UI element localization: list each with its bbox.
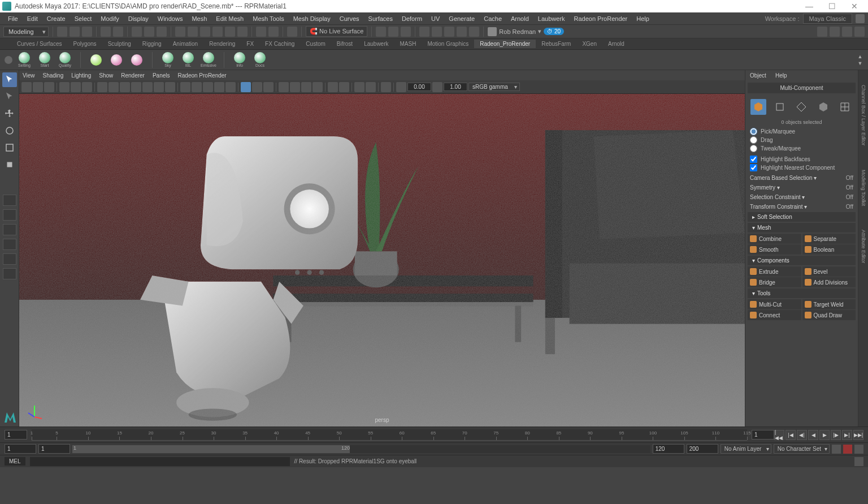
shelf-tab-custom[interactable]: Custom <box>300 40 331 48</box>
menu-generate[interactable]: Generate <box>444 14 479 23</box>
dropdown-symmetry[interactable]: Symmetry ▾Off <box>745 183 858 192</box>
minimize-button[interactable]: — <box>798 2 821 11</box>
dropdown-transform-constraint[interactable]: Transform Constraint ▾Off <box>745 202 858 212</box>
object-mode-icon[interactable] <box>750 99 766 115</box>
textured-icon[interactable] <box>203 82 213 92</box>
rotate-tool[interactable] <box>2 123 17 138</box>
soft-selection-header[interactable]: ▸ Soft Selection <box>748 212 856 222</box>
play-forwards-button[interactable]: ▶ <box>819 430 830 440</box>
anim-layer-dropdown[interactable]: No Anim Layer <box>721 444 771 454</box>
single-pane-layout[interactable] <box>3 195 16 206</box>
edge-mode-icon[interactable] <box>793 99 809 115</box>
range-end-field[interactable]: 120 <box>653 444 684 454</box>
shelf-item-material[interactable] <box>108 51 125 68</box>
tab-object[interactable]: Object <box>750 72 766 79</box>
button-bridge[interactable]: Bridge <box>748 277 801 287</box>
mode-dropdown[interactable]: Modeling▾ <box>3 27 49 37</box>
shelf-item-docs[interactable]: Docs <box>251 51 268 68</box>
script-editor-icon[interactable] <box>854 457 863 466</box>
notification-badge[interactable]: ⏱ 20 <box>544 28 564 35</box>
range-slider[interactable]: 1 120 <box>72 445 650 453</box>
isolate-select-icon[interactable] <box>241 82 251 92</box>
attreditor-toggle-icon[interactable] <box>842 27 852 37</box>
render-current-icon[interactable] <box>376 27 386 37</box>
shelf-tab-motion-graphics[interactable]: Motion Graphics <box>422 40 474 48</box>
scale-tool[interactable] <box>2 140 17 155</box>
shelf-tab-polygons[interactable]: Polygons <box>67 40 102 48</box>
snap-plane-icon[interactable] <box>212 27 223 37</box>
fit-all-icon[interactable] <box>366 82 376 92</box>
shelf-item-sky[interactable]: Sky <box>159 51 176 68</box>
check-highlight-nearest-component[interactable] <box>750 164 757 171</box>
maximize-button[interactable]: ☐ <box>821 2 843 11</box>
menu-cache[interactable]: Cache <box>479 14 506 23</box>
xray-icon[interactable] <box>252 82 262 92</box>
menu-laubwerk[interactable]: Laubwerk <box>533 14 570 23</box>
viewmenu-radeon-prorender[interactable]: Radeon ProRender <box>178 72 227 79</box>
check-highlight-backfaces[interactable] <box>750 156 757 163</box>
button-smooth[interactable]: Smooth <box>748 244 801 255</box>
output-connections-icon[interactable] <box>268 27 279 37</box>
shelf-item-material[interactable] <box>128 51 145 68</box>
shelf-tab-fx-caching[interactable]: FX Caching <box>259 40 300 48</box>
step-forward-button[interactable]: |▶ <box>831 430 841 440</box>
button-multi-cut[interactable]: Multi-Cut <box>748 299 801 309</box>
user-account[interactable]: Rob Redman ▾ ⏱ 20 <box>488 27 564 36</box>
two-pane-stacked-layout[interactable] <box>3 224 16 235</box>
toolbox-toggle-icon[interactable] <box>817 27 827 37</box>
save-scene-icon[interactable] <box>82 27 92 37</box>
dropdown-selection-constraint[interactable]: Selection Constraint ▾Off <box>745 192 858 202</box>
vertex-mode-icon[interactable] <box>772 99 788 115</box>
menu-surfaces[interactable]: Surfaces <box>364 14 397 23</box>
shelf-tab-animation[interactable]: Animation <box>167 40 203 48</box>
uv-mode-icon[interactable] <box>837 99 853 115</box>
menu-create[interactable]: Create <box>42 14 70 23</box>
menu-mesh-tools[interactable]: Mesh Tools <box>248 14 288 23</box>
menu-deform[interactable]: Deform <box>397 14 427 23</box>
film-gate-icon[interactable] <box>108 82 119 92</box>
motion-blur-icon[interactable] <box>290 82 300 92</box>
isolate-remove-icon[interactable] <box>339 82 349 92</box>
quick-field-icon[interactable] <box>419 27 429 37</box>
fit-view-icon[interactable] <box>354 82 364 92</box>
shelf-tab-mash[interactable]: MASH <box>394 40 422 48</box>
menu-windows[interactable]: Windows <box>153 14 188 23</box>
anim-end-field[interactable]: 200 <box>687 444 718 454</box>
shelf-scroll-down[interactable]: ▼ <box>857 61 863 66</box>
undo-icon[interactable] <box>101 27 111 37</box>
shelf-item-setting[interactable]: Setting <box>16 51 33 68</box>
menu-file[interactable]: File <box>3 14 23 23</box>
menu-mesh[interactable]: Mesh <box>187 14 211 23</box>
exposure-icon[interactable] <box>396 82 406 92</box>
xray-joints-icon[interactable] <box>263 82 274 92</box>
persp-graph-layout[interactable] <box>3 268 16 279</box>
pane-layout-icon[interactable] <box>432 27 442 37</box>
end-frame-field[interactable]: 1 <box>752 430 774 440</box>
shelf-tab-arnold[interactable]: Arnold <box>602 40 630 48</box>
tab-help[interactable]: Help <box>775 72 787 79</box>
exposure-field[interactable]: 0.00 <box>407 83 431 91</box>
menu-edit[interactable]: Edit <box>23 14 42 23</box>
select-hierarchy-icon[interactable] <box>132 27 142 37</box>
safe-title-icon[interactable] <box>165 82 175 92</box>
face-mode-icon[interactable] <box>815 99 831 115</box>
ipr-render-icon[interactable] <box>388 27 398 37</box>
menu-modify[interactable]: Modify <box>96 14 123 23</box>
safe-action-icon[interactable] <box>154 82 164 92</box>
viewmenu-panels[interactable]: Panels <box>153 72 170 79</box>
workspace-dropdown[interactable]: Maya Classic <box>803 14 852 24</box>
shelf-tab-rendering[interactable]: Rendering <box>203 40 241 48</box>
dropdown-camera-based-selection[interactable]: Camera Based Selection ▾Off <box>745 173 858 183</box>
playblast-icon[interactable] <box>469 27 479 37</box>
mesh-header[interactable]: ▾ Mesh <box>748 223 856 232</box>
shelf-item-ibl[interactable]: IBL <box>180 51 197 68</box>
isolate-add-icon[interactable] <box>328 82 338 92</box>
menu-mesh-display[interactable]: Mesh Display <box>289 14 335 23</box>
button-boolean[interactable]: Boolean <box>802 244 856 255</box>
shelf-item-quality[interactable]: Quality <box>57 51 73 68</box>
lock-camera-icon[interactable] <box>33 82 43 92</box>
button-separate[interactable]: Separate <box>802 234 856 244</box>
two-pane-side-layout[interactable] <box>3 239 16 250</box>
close-button[interactable]: ✕ <box>843 2 866 11</box>
shelf-item-info[interactable]: Info <box>231 51 248 68</box>
